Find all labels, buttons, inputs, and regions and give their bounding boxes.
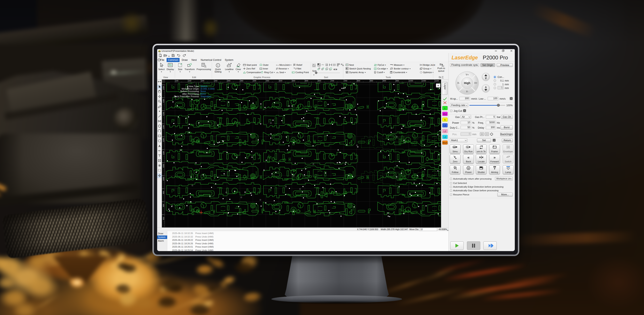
svg-text:X-: X- <box>457 82 460 84</box>
svg-text:Y-: Y- <box>466 90 468 93</box>
svg-text:$: $ <box>454 167 455 168</box>
svg-text:SIM: SIM <box>453 146 456 148</box>
svg-text:Y+: Y+ <box>466 73 468 76</box>
svg-text:X+: X+ <box>474 82 477 84</box>
svg-text:W: W <box>468 167 470 169</box>
svg-text:1: 1 <box>217 64 218 66</box>
svg-text:TL: TL <box>467 146 468 148</box>
svg-text:High: High <box>464 81 470 85</box>
